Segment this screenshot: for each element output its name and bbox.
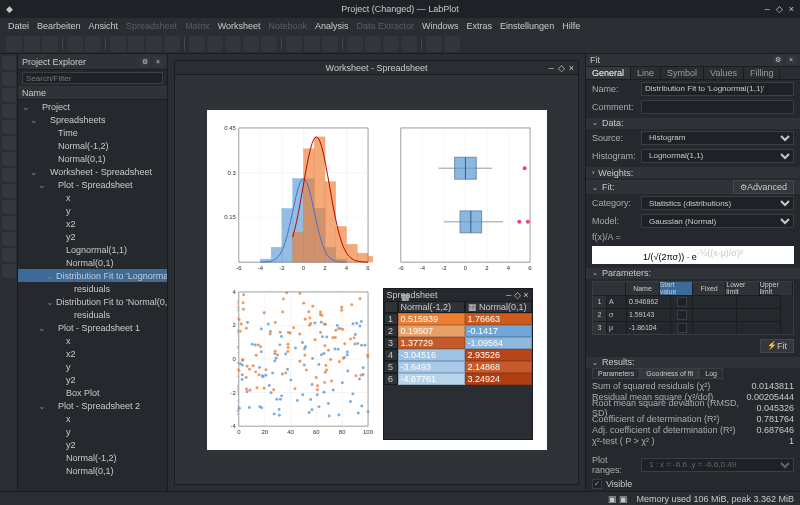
param-col-header[interactable]: Fixed — [693, 282, 726, 295]
tree-node[interactable]: x2 — [18, 347, 167, 360]
overlay-row[interactable]: 4-3.045162.93526 — [384, 349, 532, 361]
overlay-min-icon[interactable]: – — [506, 290, 511, 300]
param-col-header[interactable]: Start value — [660, 282, 693, 295]
explorer-close-icon[interactable]: × — [153, 57, 163, 67]
menu-spreadsheet[interactable]: Spreadsheet — [126, 21, 177, 31]
menu-worksheet[interactable]: Worksheet — [218, 21, 261, 31]
param-fixed-checkbox[interactable] — [677, 323, 687, 333]
tree-node[interactable]: ⌄Distribution Fit to 'Normal(0,1)' — [18, 295, 167, 308]
rail-14[interactable] — [2, 264, 16, 278]
tab-symbol[interactable]: Symbol — [661, 67, 704, 79]
overlay-close-icon[interactable]: × — [523, 290, 528, 300]
tree-node[interactable]: Normal(-1,2) — [18, 451, 167, 464]
rail-1[interactable] — [2, 56, 16, 70]
tree-node[interactable]: Time — [18, 126, 167, 139]
tab-general[interactable]: General — [586, 67, 631, 79]
source-select[interactable]: Histogram — [641, 131, 794, 145]
overlay-row[interactable]: 6-4.677613.24924 — [384, 373, 532, 385]
tab-line[interactable]: Line — [631, 67, 661, 79]
menu-windows[interactable]: Windows — [422, 21, 459, 31]
param-col-header[interactable]: Name — [626, 282, 659, 295]
tree-node[interactable]: ⌄Worksheet - Spreadsheet — [18, 165, 167, 178]
overlay-max-icon[interactable]: ◇ — [514, 290, 521, 300]
rail-5[interactable] — [2, 120, 16, 134]
result-tab[interactable]: Parameters — [592, 368, 640, 379]
model-select[interactable]: Gaussian (Normal) — [641, 214, 794, 228]
search-input[interactable] — [22, 72, 163, 84]
data-section[interactable]: ⌄Data: — [586, 118, 800, 129]
tool-worksheet[interactable] — [110, 36, 126, 52]
tree-node[interactable]: ⌄Plot - Spreadsheet 1 — [18, 321, 167, 334]
overlay-row[interactable]: 10.5159391.76663 — [384, 313, 532, 325]
tree-node[interactable]: residuals — [18, 282, 167, 295]
result-tab[interactable]: Log — [699, 368, 723, 379]
overlay-col-header[interactable]: ▦ Normal(-1,2) (Dou — [398, 301, 465, 313]
histogram-select[interactable]: Lognormal(1,1) — [641, 149, 794, 163]
tool-matrix[interactable] — [146, 36, 162, 52]
tool-spreadsheet[interactable] — [128, 36, 144, 52]
plot-boxplot[interactable]: -6-4-20246 — [381, 122, 535, 278]
tool-notebook[interactable] — [164, 36, 180, 52]
tool-d[interactable] — [243, 36, 259, 52]
tree-node[interactable]: y2 — [18, 230, 167, 243]
explorer-column-header[interactable]: Name — [18, 86, 167, 100]
tab-values[interactable]: Values — [704, 67, 744, 79]
tree-node[interactable]: ⌄Spreadsheets — [18, 113, 167, 126]
advanced-button[interactable]: ⚙ Advanced — [733, 180, 794, 194]
tree-node[interactable]: x — [18, 334, 167, 347]
tool-h[interactable] — [322, 36, 338, 52]
ws-min-icon[interactable]: – — [549, 63, 554, 73]
tree-node[interactable]: ⌄Project — [18, 100, 167, 113]
fit-section[interactable]: ⌄Fit: ⚙ Advanced — [586, 180, 800, 194]
tree-node[interactable]: Normal(0,1) — [18, 464, 167, 477]
tool-i[interactable] — [347, 36, 363, 52]
tree-node[interactable]: x — [18, 412, 167, 425]
params-section[interactable]: ⌄Parameters: — [586, 268, 800, 279]
plot-scatter[interactable]: 020406080100-4-2024 — [219, 286, 373, 442]
result-tab[interactable]: Goodness of fit — [640, 368, 699, 379]
menu-hilfe[interactable]: Hilfe — [562, 21, 580, 31]
rail-4[interactable] — [2, 104, 16, 118]
tree-node[interactable]: x — [18, 191, 167, 204]
results-section[interactable]: ⌄Results: — [586, 357, 800, 368]
menu-ansicht[interactable]: Ansicht — [89, 21, 119, 31]
category-select[interactable]: Statistics (distributions) — [641, 196, 794, 210]
rail-10[interactable] — [2, 200, 16, 214]
tool-j[interactable] — [365, 36, 381, 52]
rail-3[interactable] — [2, 88, 16, 102]
tree-node[interactable]: Normal(0,1) — [18, 152, 167, 165]
overlay-row[interactable]: 31.37729-1.09564 — [384, 337, 532, 349]
tool-save[interactable] — [42, 36, 58, 52]
tree-node[interactable]: y — [18, 204, 167, 217]
tool-f[interactable] — [286, 36, 302, 52]
rail-8[interactable] — [2, 168, 16, 182]
minimize-icon[interactable]: – — [765, 4, 770, 14]
menu-matrix[interactable]: Matrix — [185, 21, 210, 31]
tool-a[interactable] — [189, 36, 205, 52]
ws-max-icon[interactable]: ◇ — [558, 63, 565, 73]
tree-node[interactable]: Normal(-1,2) — [18, 139, 167, 152]
tree-node[interactable]: y2 — [18, 438, 167, 451]
tree-node[interactable]: ⌄Plot - Spreadsheet 2 — [18, 399, 167, 412]
menu-analysis[interactable]: Analysis — [315, 21, 349, 31]
param-fixed-checkbox[interactable] — [677, 297, 687, 307]
tool-m[interactable] — [426, 36, 442, 52]
plot-histogram[interactable]: -6-4-202460.150.30.45 — [219, 122, 373, 278]
rail-11[interactable] — [2, 216, 16, 230]
close-icon[interactable]: × — [789, 4, 794, 14]
rail-2[interactable] — [2, 72, 16, 86]
tree-node[interactable]: ⌄Distribution Fit to 'Lognormal(1,1)' — [18, 269, 167, 282]
tree-node[interactable]: y — [18, 425, 167, 438]
visible-checkbox[interactable] — [592, 479, 602, 489]
tool-redo[interactable] — [85, 36, 101, 52]
overlay-col-header[interactable]: ▦ Normal(0,1) — [465, 301, 532, 313]
param-col-header[interactable]: Upper limit — [760, 282, 793, 295]
tool-undo[interactable] — [67, 36, 83, 52]
fit-close-icon[interactable]: × — [786, 55, 796, 65]
param-col-header[interactable] — [593, 282, 626, 295]
menu-datei[interactable]: Datei — [8, 21, 29, 31]
menu-data extractor[interactable]: Data Extractor — [357, 21, 415, 31]
rail-13[interactable] — [2, 248, 16, 262]
tab-filling[interactable]: Filling — [744, 67, 781, 79]
param-col-header[interactable]: Lower limit — [726, 282, 759, 295]
